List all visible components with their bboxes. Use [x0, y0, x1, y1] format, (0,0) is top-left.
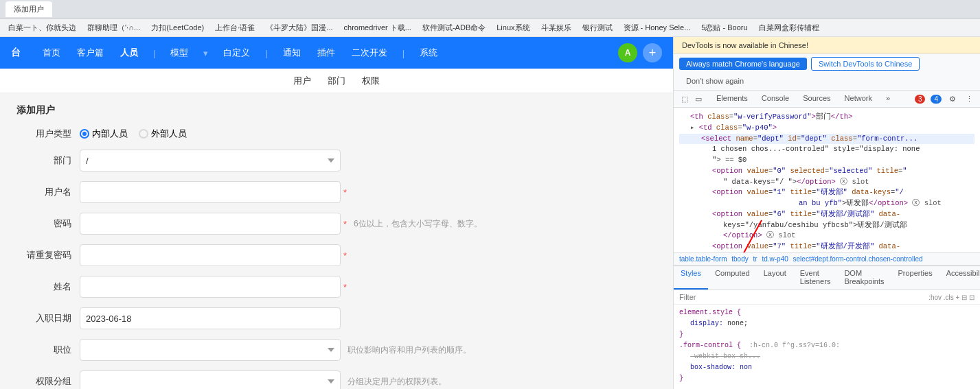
position-select[interactable] [80, 339, 341, 361]
sub-nav-dept[interactable]: 部门 [328, 71, 345, 91]
browser-tab[interactable]: 添加用户 [5, 1, 52, 17]
code-line-opt0: <option value="0" selected="selected" ti… [679, 166, 975, 177]
radio-dot-external [139, 129, 148, 139]
radio-internal[interactable]: 内部人员 [80, 128, 128, 140]
nav-people[interactable]: 人员 [119, 44, 139, 62]
style-prop-boxshadow: box-shadow: non [679, 362, 975, 373]
bookmark-chrome[interactable]: chromedriver ト载... [340, 21, 415, 34]
breadcrumb-table[interactable]: table.table-form [679, 255, 727, 263]
bookmark-yuque[interactable]: 上作台·语雀 [211, 21, 259, 34]
styles-tab-styles[interactable]: Styles [674, 266, 708, 290]
btn-dont-show[interactable]: Don't show again [679, 75, 751, 87]
bookmark-adb[interactable]: 软件测试-ADB命令 [418, 21, 490, 34]
password-required: * [343, 219, 347, 229]
nav-plus-btn[interactable]: + [643, 43, 662, 62]
tab-network[interactable]: Network [838, 91, 879, 107]
nav-sep2: ▾ [203, 48, 208, 58]
devtools-tab-icons: 3 4 ⚙ ⋮ [915, 93, 975, 104]
styles-tab-layout[interactable]: Layout [757, 266, 793, 290]
styles-filter-hint: :hov .cls + ⊟ ⊡ [928, 294, 975, 301]
permission-select[interactable] [80, 370, 341, 389]
error-badge: 3 [915, 95, 926, 104]
bookmark-whitecai2[interactable]: 白菜网盒彩传辅程 [755, 21, 823, 34]
radio-external-label: 外部人员 [151, 128, 187, 140]
user-type-radio-group: 内部人员 外部人员 [80, 128, 187, 140]
styles-filter-input[interactable] [679, 293, 924, 301]
dept-label: 部门 [16, 154, 71, 167]
form-row-usertype: 用户类型 内部人员 外部人员 [16, 128, 657, 140]
sub-nav-users[interactable]: 用户 [293, 71, 311, 91]
sub-nav: 用户 部门 权限 [0, 69, 673, 93]
radio-external[interactable]: 外部人员 [139, 128, 187, 140]
btn-match-language[interactable]: Always match Chrome's language [679, 58, 807, 70]
code-line-select[interactable]: <select name="dept" id="dept" class="for… [679, 134, 975, 145]
radio-dot-internal [80, 129, 89, 139]
permission-hint: 分组决定用户的权限列表。 [347, 376, 446, 388]
sub-nav-permission[interactable]: 权限 [362, 71, 380, 91]
form-row-password: 密码 * 6位以上，包含大小写字母、数字。 [16, 213, 657, 235]
tab-console[interactable]: Console [755, 91, 796, 107]
position-label: 职位 [16, 344, 71, 356]
name-label: 姓名 [16, 281, 71, 293]
bookmark-group[interactable]: 群聊助理（'·∩... [83, 21, 144, 34]
joindate-input[interactable] [80, 307, 341, 329]
tab-more[interactable]: » [879, 91, 897, 107]
btn-switch-chinese[interactable]: Switch DevTools to Chinese [811, 57, 920, 71]
code-line-opt6-data: keys="/yanfabu/ceshibu yfbcsb">研发部/测试部 [679, 220, 975, 231]
password-label: 密码 [16, 217, 71, 230]
nav-client[interactable]: 客户篇 [76, 44, 105, 62]
styles-tab-computed[interactable]: Computed [708, 266, 757, 290]
devtools-notification: DevTools is now available in Chinese! [674, 37, 980, 54]
name-required: * [343, 282, 347, 292]
password-input[interactable] [80, 213, 341, 235]
nav-avatar[interactable]: A [618, 43, 637, 62]
bookmark-bank[interactable]: 银行测试 [578, 21, 617, 34]
bookmark-leetcode[interactable]: 力扣(LeetCode) [147, 21, 208, 34]
breadcrumb-tbody[interactable]: tbody [731, 255, 748, 263]
breadcrumb-tr[interactable]: tr [753, 255, 757, 263]
more-icon[interactable]: ⋮ [964, 93, 975, 104]
bookmark-honey[interactable]: 资源 - Honey Sele... [619, 21, 695, 34]
code-line-th: <th class="w-verifyPassword">部门</th> [679, 112, 975, 123]
bookmark-booru[interactable]: 5恋贴 - Booru [697, 21, 751, 34]
styles-tab-event[interactable]: Event Listeners [793, 266, 838, 290]
app-logo: 台 [11, 47, 21, 59]
nav-plugin[interactable]: 插件 [316, 44, 337, 62]
styles-tab-props[interactable]: Properties [891, 266, 939, 290]
nav-notify[interactable]: 通知 [282, 44, 302, 62]
confirm-input[interactable] [80, 244, 341, 266]
tab-elements[interactable]: Elements [709, 91, 755, 107]
dept-select[interactable]: / 研发部 研发部/测试部 研发部/开发部 销售部 [80, 150, 341, 172]
styles-tabs: Styles Computed Layout Event Listeners D… [674, 266, 980, 290]
styles-tab-access[interactable]: Accessibili [939, 266, 980, 290]
app-nav: 台 首页 客户篇 人员 | 模型 ▾ 白定义 | 通知 插件 二次开发 | 系统… [0, 37, 673, 69]
bookmark-whitecai[interactable]: 白菜一ト、你就头边 [4, 21, 80, 34]
breadcrumb-td[interactable]: td.w-p40 [762, 255, 788, 263]
nav-dev[interactable]: 二次开发 [350, 44, 389, 62]
nav-system[interactable]: 系统 [418, 44, 439, 62]
nav-custom[interactable]: 白定义 [222, 44, 251, 62]
username-input[interactable] [80, 181, 341, 203]
name-input[interactable] [80, 276, 341, 298]
devtools-tabs: ⬚ ▭ Elements Console Sources Network » 3… [674, 91, 980, 108]
inspect-icon[interactable]: ⬚ [679, 93, 690, 104]
breadcrumb-select[interactable]: select#dept.form-control.chosen-controll… [793, 255, 923, 263]
position-hint: 职位影响内容和用户列表的顺序。 [347, 344, 471, 356]
settings-icon[interactable]: ⚙ [947, 93, 958, 104]
device-icon[interactable]: ▭ [693, 93, 704, 104]
radio-internal-label: 内部人员 [92, 128, 128, 140]
code-line-opt6: <option value="6" title="研发部/测试部" data- [679, 209, 975, 220]
form-row-username: 用户名 * [16, 181, 657, 203]
devtools-styles-panel: Styles Computed Layout Event Listeners D… [674, 266, 980, 389]
bookmark-douluo[interactable]: 《斗罗大陆》国漫... [262, 21, 337, 34]
style-rule-close2: } [679, 373, 975, 384]
tab-sources[interactable]: Sources [796, 91, 837, 107]
bookmark-entertainment[interactable]: 斗某娱乐 [537, 21, 576, 34]
style-rule-close1: } [679, 329, 975, 340]
bookmark-linux[interactable]: Linux系统 [492, 21, 534, 34]
permission-label: 权限分组 [16, 375, 71, 388]
devtools-breadcrumb: table.table-form tbody tr td.w-p40 selec… [674, 252, 980, 266]
nav-home[interactable]: 首页 [41, 44, 62, 62]
styles-tab-dom[interactable]: DOM Breakpoints [837, 266, 891, 290]
nav-model[interactable]: 模型 [169, 44, 190, 62]
